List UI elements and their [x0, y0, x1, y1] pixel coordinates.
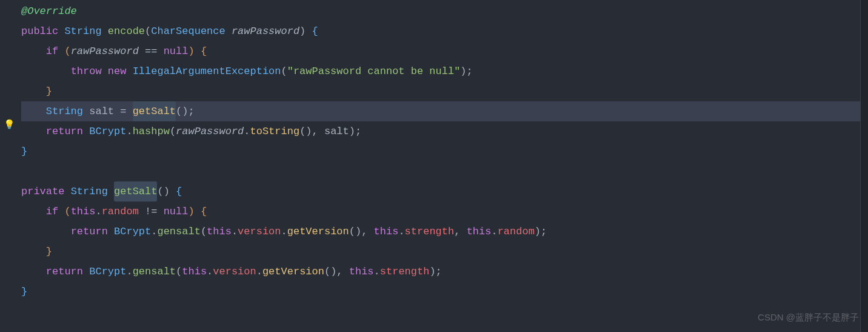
type: String	[71, 181, 108, 202]
type: BCrypt	[114, 222, 151, 242]
code-line: }	[21, 81, 868, 101]
identifier: salt	[89, 101, 114, 121]
code-editor[interactable]: @Override public String encode(CharSeque…	[0, 0, 868, 302]
code-line: return BCrypt.gensalt(this.version.getVe…	[21, 222, 868, 242]
code-line: private String getSalt() {	[21, 181, 868, 202]
keyword: null	[164, 202, 189, 222]
identifier: salt	[324, 121, 349, 141]
method-call: hashpw	[133, 121, 170, 141]
code-line: }	[21, 242, 868, 262]
code-line: }	[21, 282, 868, 302]
identifier: rawPassword	[176, 121, 244, 141]
keyword: return	[46, 121, 83, 141]
keyword: private	[21, 181, 64, 202]
code-line	[21, 161, 868, 181]
type: String	[46, 101, 83, 121]
field: version	[238, 222, 281, 242]
method-call: getVersion	[287, 222, 349, 242]
method-name: encode	[108, 21, 145, 41]
code-line: throw new IllegalArgumentException("rawP…	[21, 61, 868, 81]
code-line: public String encode(CharSequence rawPas…	[21, 21, 868, 41]
field: strength	[380, 262, 430, 282]
keyword: if	[46, 41, 58, 61]
keyword: this	[349, 262, 374, 282]
keyword: return	[71, 222, 108, 242]
keyword: public	[21, 21, 58, 41]
identifier: rawPassword	[71, 41, 139, 61]
watermark-text: CSDN @蓝胖子不是胖子	[758, 307, 859, 327]
code-line: if (this.random != null) {	[21, 202, 868, 222]
parameter: rawPassword	[232, 21, 299, 41]
keyword: throw	[71, 61, 102, 81]
code-line-current: String salt = getSalt();	[21, 101, 868, 121]
method-call: getVersion	[262, 262, 324, 282]
type: BCrypt	[89, 262, 126, 282]
field: version	[213, 262, 256, 282]
type: String	[64, 21, 101, 41]
code-line: }	[21, 141, 868, 161]
operator: =	[120, 101, 126, 121]
method-name: getSalt	[114, 181, 157, 202]
keyword: this	[207, 222, 232, 242]
keyword: this	[71, 202, 96, 222]
keyword: return	[46, 262, 83, 282]
field: strength	[405, 222, 455, 242]
operator: ==	[145, 41, 157, 61]
method-call: gensalt	[133, 262, 176, 282]
annotation: @Override	[21, 1, 77, 21]
type: CharSequence	[151, 21, 225, 41]
code-line: return BCrypt.gensalt(this.version.getVe…	[21, 262, 868, 282]
method-call: toString	[250, 121, 300, 141]
field: random	[102, 202, 139, 222]
method-call: getSalt	[133, 101, 176, 121]
field: random	[498, 222, 535, 242]
keyword: if	[46, 202, 58, 222]
keyword: this	[182, 262, 207, 282]
keyword: new	[108, 61, 127, 81]
type: IllegalArgumentException	[133, 61, 281, 81]
keyword: this	[374, 222, 399, 242]
keyword: this	[467, 222, 492, 242]
vertical-scrollbar[interactable]	[861, 0, 868, 332]
code-line: @Override	[21, 1, 868, 21]
operator: !=	[145, 202, 157, 222]
string-literal: "rawPassword cannot be null"	[287, 61, 461, 81]
method-call: gensalt	[157, 222, 200, 242]
code-line: return BCrypt.hashpw(rawPassword.toStrin…	[21, 121, 868, 141]
keyword: null	[164, 41, 189, 61]
type: BCrypt	[89, 121, 126, 141]
code-line: if (rawPassword == null) {	[21, 41, 868, 61]
